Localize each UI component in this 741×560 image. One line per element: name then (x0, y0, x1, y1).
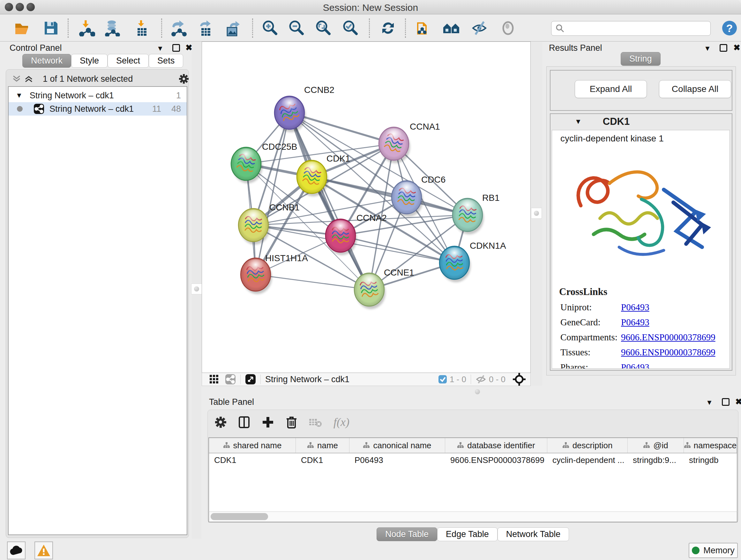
left-splitter-handle[interactable] (191, 284, 202, 294)
tab-sets[interactable]: Sets (149, 54, 183, 68)
memory-button[interactable]: Memory (689, 543, 738, 558)
birdseye-toggle-icon[interactable] (245, 374, 256, 385)
scrollbar-thumb[interactable] (211, 513, 268, 520)
node-table[interactable]: shared namenamecanonical namedatabase id… (208, 437, 738, 511)
network-edge[interactable] (256, 113, 289, 274)
warning-icon (37, 544, 51, 557)
new-network-from-selection-button[interactable] (414, 19, 432, 37)
section-expander-icon[interactable]: ▼ (575, 118, 582, 126)
panel-menu-icon[interactable]: ▼ (706, 398, 713, 407)
network-node-cdc6[interactable]: CDC6 (392, 175, 446, 217)
zoom-fit-button[interactable] (314, 19, 332, 37)
export-network-button[interactable] (170, 19, 188, 37)
collapse-all-button[interactable]: Collapse All (659, 80, 731, 98)
table-row[interactable]: CDK1CDK1P064939606.ENSP00000378699cyclin… (209, 453, 737, 468)
import-network-file-button[interactable] (78, 19, 96, 37)
crosslink-link[interactable]: P06493 (621, 362, 650, 369)
gear-icon[interactable] (179, 73, 189, 84)
tab-network-table[interactable]: Network Table (497, 527, 569, 541)
tab-string[interactable]: String (621, 52, 661, 66)
zoom-in-button[interactable] (261, 19, 279, 37)
select-columns-icon[interactable] (238, 416, 251, 428)
column-header[interactable]: namespace (684, 438, 737, 453)
close-panel-icon[interactable]: ✖ (185, 44, 192, 52)
expand-all-button[interactable]: Expand All (575, 80, 647, 98)
zoom-out-button[interactable] (287, 19, 305, 37)
import-network-database-button[interactable] (103, 19, 121, 37)
fit-selected-icon[interactable] (513, 373, 526, 386)
network-node-cdkn1a[interactable]: CDKN1A (440, 241, 506, 282)
float-panel-icon[interactable] (172, 44, 180, 52)
gear-icon[interactable] (214, 416, 227, 428)
float-panel-icon[interactable] (720, 44, 727, 52)
crosslink-link[interactable]: P06493 (621, 302, 650, 313)
column-header[interactable]: description (547, 438, 628, 453)
float-panel-icon[interactable] (722, 398, 730, 406)
horizontal-scrollbar[interactable] (208, 511, 738, 522)
network-node-hist1h1a[interactable]: HIST1H1A (241, 253, 308, 294)
panel-menu-icon[interactable]: ▼ (704, 44, 711, 53)
right-splitter-handle[interactable] (531, 208, 542, 219)
table-cell[interactable]: P06493 (349, 453, 445, 468)
save-session-button[interactable] (42, 19, 60, 37)
crosslink-link[interactable]: 9606.ENSP00000378699 (621, 332, 716, 343)
table-cell[interactable]: CDK1 (209, 453, 296, 468)
tab-node-table[interactable]: Node Table (377, 527, 437, 541)
collapse-all-icon[interactable] (12, 74, 21, 84)
expand-all-icon[interactable] (24, 74, 33, 84)
gene-section-header[interactable]: ▼ CDK1 (550, 114, 732, 129)
column-header[interactable]: shared name (209, 438, 296, 453)
show-all-button[interactable] (499, 19, 517, 37)
close-panel-icon[interactable]: ✖ (733, 44, 740, 52)
help-button[interactable]: ? (721, 19, 738, 37)
network-graph[interactable]: CCNB2CCNA1CDC25BCDK1CDC6RB1CCNB1CCNA2CDK… (202, 42, 530, 373)
tab-network[interactable]: Network (22, 54, 71, 68)
crosslink-row: Compartments: 9606.ENSP00000378699 (560, 332, 730, 343)
tab-edge-table[interactable]: Edge Table (437, 527, 497, 541)
tab-style[interactable]: Style (71, 54, 108, 68)
network-view-canvas[interactable]: CCNB2CCNA1CDC25BCDK1CDC6RB1CCNB1CCNA2CDK… (202, 42, 531, 373)
close-panel-icon[interactable]: ✖ (735, 397, 741, 406)
warning-status-button[interactable] (35, 542, 53, 559)
refresh-button[interactable] (379, 19, 397, 37)
column-header[interactable]: @id (628, 438, 684, 453)
table-cell[interactable]: cyclin-dependent ... (547, 453, 628, 468)
tab-select[interactable]: Select (108, 54, 149, 68)
hide-selected-button[interactable] (470, 19, 488, 37)
column-header[interactable]: canonical name (349, 438, 445, 453)
import-table-button[interactable] (133, 19, 151, 37)
toolbar-separator (252, 18, 253, 38)
column-header[interactable]: name (296, 438, 349, 453)
crosslink-link[interactable]: 9606.ENSP00000378699 (621, 347, 716, 358)
zoom-selected-button[interactable] (341, 19, 359, 37)
network-view-toolbar: String Network – cdk1 1 - 0 0 - 0 (202, 373, 531, 386)
panel-menu-icon[interactable]: ▼ (157, 44, 164, 53)
table-cell[interactable]: stringdb (684, 453, 737, 468)
table-cell[interactable]: CDK1 (296, 453, 349, 468)
network-edge[interactable] (256, 274, 369, 290)
table-cell[interactable]: 9606.ENSP00000378699 (445, 453, 547, 468)
network-row[interactable]: String Network – cdk1 11 48 (9, 102, 187, 116)
network-node-ccne1[interactable]: CCNE1 (354, 267, 414, 309)
network-node-rb1[interactable]: RB1 (453, 193, 499, 234)
search-input[interactable] (565, 23, 702, 34)
export-table-button[interactable] (197, 19, 215, 37)
first-neighbors-button[interactable] (443, 19, 461, 37)
column-header[interactable]: database identifier (445, 438, 547, 453)
cloud-status-button[interactable] (7, 542, 25, 559)
export-image-button[interactable] (224, 19, 242, 37)
delete-column-icon[interactable] (285, 416, 298, 428)
string-view-icon[interactable] (225, 374, 236, 385)
network-collection-row[interactable]: ▼ String Network – cdk1 1 (9, 89, 187, 102)
column-type-icon (643, 442, 650, 449)
crosslink-link[interactable]: P06493 (621, 317, 650, 327)
network-node-ccna1[interactable]: CCNA1 (379, 122, 440, 163)
table-cell[interactable]: stringdb:9... (628, 453, 684, 468)
network-node-ccnb2[interactable]: CCNB2 (274, 85, 334, 132)
grid-view-icon[interactable] (209, 374, 219, 384)
add-column-icon[interactable] (261, 416, 274, 428)
tree-expander-icon[interactable]: ▼ (16, 91, 23, 100)
open-folder-icon (14, 20, 30, 37)
selected-checkbox-icon[interactable] (438, 375, 447, 384)
open-session-button[interactable] (13, 19, 31, 37)
